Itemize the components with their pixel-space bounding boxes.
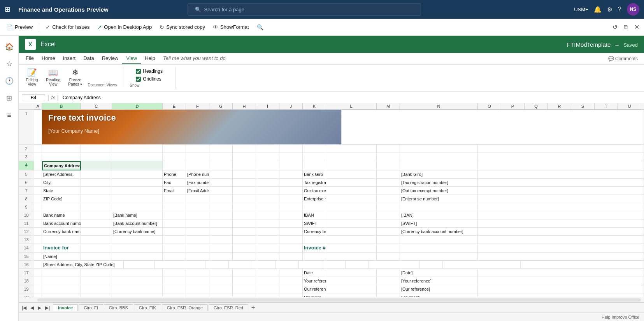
sheet-tab-giro-esr-orange[interactable]: Giro_ESR_Orange — [162, 304, 208, 311]
sheet-tab-invoice[interactable]: Invoice — [53, 304, 78, 311]
col-header-j[interactable]: J — [279, 103, 303, 110]
h-scrollbar[interactable] — [19, 297, 644, 302]
sheet-tab-giro-fi[interactable]: Giro_FI — [79, 304, 103, 311]
tab-next-btn[interactable]: ▶ — [36, 304, 43, 311]
col-header-g[interactable]: G — [209, 103, 233, 110]
col-header-v[interactable]: V — [641, 103, 644, 110]
cell-b1-banner[interactable]: Free text invoice [Your Company Name] — [42, 110, 342, 145]
cell-n11[interactable]: [SWIFT] — [400, 219, 478, 228]
sidebar-list[interactable]: ≡ — [2, 107, 17, 123]
cell-k11[interactable]: SWIFT — [303, 219, 326, 228]
search-box[interactable]: 🔍 Search for a page — [188, 3, 421, 16]
cell-k20[interactable]: Payment — [303, 293, 326, 297]
headings-checkbox[interactable]: Headings — [136, 68, 163, 74]
close-button[interactable]: ✕ — [633, 22, 641, 32]
tab-first-btn[interactable]: |◀ — [20, 304, 28, 311]
gridlines-check-input[interactable] — [136, 77, 141, 82]
col-header-s[interactable]: S — [571, 103, 595, 110]
sidebar-grid[interactable]: ⊞ — [2, 90, 17, 106]
col-header-u[interactable]: U — [618, 103, 641, 110]
cell-k19[interactable]: Our reference — [303, 285, 326, 293]
cell-k7[interactable]: Our tax exempt number — [303, 187, 326, 195]
cell-a1[interactable] — [34, 110, 42, 145]
cell-e6[interactable]: Fax — [163, 179, 186, 187]
cell-d11[interactable]: [Bank account number] — [112, 219, 163, 228]
cell-n10[interactable]: [IBAN] — [400, 211, 478, 219]
col-header-t[interactable]: T — [595, 103, 618, 110]
cell-k6[interactable]: Tax registration number — [303, 179, 326, 187]
cell-k17[interactable]: Date — [303, 269, 326, 277]
avatar[interactable]: NS — [627, 3, 639, 16]
col-header-o[interactable]: O — [478, 103, 501, 110]
cell-n12[interactable]: [Currency bank account number] — [400, 228, 478, 236]
cell-b12[interactable]: Currency bank name — [42, 228, 81, 236]
cell-n7[interactable]: [Out tax exempt number] — [400, 187, 478, 195]
cell-b10[interactable]: Bank name — [42, 211, 81, 219]
tab-prev-btn[interactable]: ◀ — [29, 304, 35, 311]
cell-reference-input[interactable] — [22, 94, 45, 101]
col-header-q[interactable]: Q — [525, 103, 548, 110]
col-header-d[interactable]: D — [112, 103, 163, 110]
col-header-p[interactable]: P — [501, 103, 525, 110]
reading-view-btn[interactable]: 📖 ReadingView — [44, 67, 63, 87]
show-format-button[interactable]: 👁 ShowFormat — [210, 23, 252, 32]
cell-k8[interactable]: Enterprise number — [303, 195, 326, 203]
cell-f5[interactable]: [Phone number] — [186, 170, 209, 179]
sidebar-home[interactable]: 🏠 — [2, 39, 17, 54]
cell-n20[interactable]: [Payment] — [400, 293, 478, 297]
col-header-k[interactable]: K — [303, 103, 326, 110]
add-sheet-button[interactable]: + — [249, 303, 257, 312]
cell-b14[interactable]: Invoice for — [42, 244, 81, 253]
col-header-c[interactable]: C — [81, 103, 112, 110]
cell-k12[interactable]: Currency bank account number — [303, 228, 326, 236]
col-header-l[interactable]: L — [326, 103, 377, 110]
menu-file[interactable]: File — [22, 53, 38, 64]
cell-b7[interactable]: State — [42, 187, 81, 195]
cell-e5[interactable]: Phone — [163, 170, 186, 179]
preview-button[interactable]: 📄 Preview — [3, 23, 36, 32]
sidebar-clock[interactable]: 🕐 — [2, 73, 17, 89]
cell-k18[interactable]: Your reference — [303, 277, 326, 285]
cell-d12[interactable]: [Currency bank name] — [112, 228, 163, 236]
col-header-b[interactable]: B — [42, 103, 81, 110]
cell-k10[interactable]: IBAN — [303, 211, 326, 219]
cell-e7[interactable]: Email — [163, 187, 186, 195]
spreadsheet-scroll[interactable]: A B C D E F G H I J K L M N O P Q — [19, 103, 644, 297]
editing-view-btn[interactable]: 📝 EditingView — [23, 67, 40, 87]
col-header-r[interactable]: R — [548, 103, 571, 110]
col-header-m[interactable]: M — [377, 103, 400, 110]
cell-f7[interactable]: [Email Address] — [186, 187, 209, 195]
help-icon[interactable]: ? — [618, 6, 621, 13]
cell-n6[interactable]: [Tax registration number] — [400, 179, 478, 187]
menu-help[interactable]: Help — [141, 53, 159, 64]
cell-b6[interactable]: City, — [42, 179, 81, 187]
sheet-tab-giro-fik[interactable]: Giro_FIK — [134, 304, 161, 311]
cell-n18[interactable]: [Your reference] — [400, 277, 478, 285]
notification-icon[interactable]: 🔔 — [594, 6, 602, 13]
cell-k5[interactable]: Bank Giro — [303, 170, 326, 179]
reload-button[interactable]: ↺ — [611, 22, 619, 32]
freeze-panes-btn[interactable]: ❄ FreezePanes ▾ — [66, 67, 84, 87]
comments-button[interactable]: 💬 Comments — [605, 54, 641, 63]
cell-b4[interactable]: Company Address — [42, 161, 81, 170]
menu-home[interactable]: Home — [38, 53, 59, 64]
sheet-tab-giro-bbs[interactable]: Giro_BBS — [104, 304, 133, 311]
cell-b5[interactable]: [Street Address, — [42, 170, 81, 179]
menu-review[interactable]: Review — [98, 53, 123, 64]
menu-view[interactable]: View — [122, 53, 141, 64]
cell-n8[interactable]: [Enterprise number] — [400, 195, 478, 203]
open-desktop-button[interactable]: ↗ Open in Desktop App — [94, 23, 155, 32]
headings-check-input[interactable] — [136, 69, 141, 74]
sidebar-star[interactable]: ☆ — [2, 56, 17, 72]
cell-b15[interactable]: [Name] — [42, 253, 81, 261]
formula-input[interactable] — [61, 95, 641, 101]
check-issues-button[interactable]: ✓ Check for issues — [42, 23, 93, 32]
gridlines-checkbox[interactable]: Gridlines — [136, 76, 163, 82]
col-header-a[interactable]: A — [34, 103, 42, 110]
col-header-h[interactable]: H — [233, 103, 256, 110]
cell-rest-1[interactable] — [342, 110, 644, 145]
grid-icon[interactable]: ⊞ — [5, 5, 11, 14]
menu-insert[interactable]: Insert — [59, 53, 80, 64]
col-header-i[interactable]: I — [256, 103, 279, 110]
settings-icon[interactable]: ⚙ — [607, 6, 612, 13]
